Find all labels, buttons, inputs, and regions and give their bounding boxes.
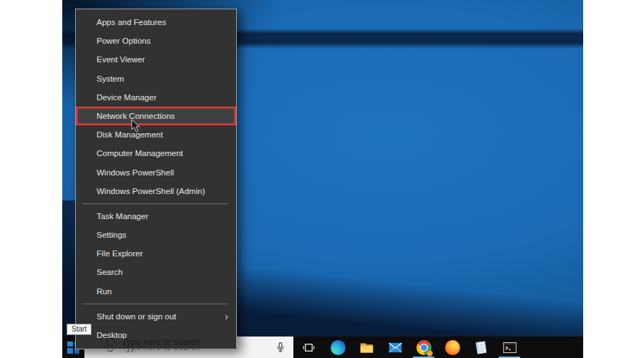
notepad-icon bbox=[472, 339, 489, 356]
menu-item-system[interactable]: System bbox=[76, 69, 236, 88]
windows-desktop: Type here to search bbox=[62, 0, 583, 358]
menu-item-apps-and-features[interactable]: Apps and Features bbox=[76, 13, 236, 32]
taskbar-notepad-button[interactable] bbox=[467, 337, 495, 358]
menu-item-network-connections[interactable]: Network Connections bbox=[76, 107, 236, 125]
microphone-icon[interactable] bbox=[275, 342, 286, 353]
taskbar-mail-button[interactable] bbox=[381, 337, 409, 358]
firefox-icon bbox=[445, 340, 460, 355]
menu-item-shut-down-or-sign-out[interactable]: Shut down or sign out › bbox=[76, 307, 236, 326]
command-prompt-icon bbox=[502, 340, 517, 355]
menu-item-power-options[interactable]: Power Options bbox=[76, 32, 236, 50]
mouse-cursor bbox=[131, 119, 141, 133]
task-view-button[interactable] bbox=[293, 337, 323, 358]
taskbar-chrome-button[interactable] bbox=[409, 337, 438, 358]
menu-item-computer-management[interactable]: Computer Management bbox=[76, 144, 236, 163]
menu-item-search[interactable]: Search bbox=[76, 263, 236, 281]
menu-item-desktop[interactable]: Desktop bbox=[76, 326, 236, 344]
screenshot-canvas: Type here to search bbox=[0, 0, 644, 358]
menu-item-event-viewer[interactable]: Event Viewer bbox=[76, 50, 236, 69]
edge-icon bbox=[331, 340, 346, 355]
taskbar-cmd-button[interactable] bbox=[495, 337, 524, 358]
task-view-icon bbox=[303, 342, 315, 353]
menu-item-device-manager[interactable]: Device Manager bbox=[76, 88, 236, 107]
menu-item-windows-powershell-admin[interactable]: Windows PowerShell (Admin) bbox=[76, 182, 236, 200]
taskbar-file-explorer-button[interactable] bbox=[352, 337, 381, 358]
menu-item-settings[interactable]: Settings bbox=[76, 226, 236, 244]
menu-item-disk-management[interactable]: Disk Management bbox=[76, 125, 236, 144]
start-tooltip: Start bbox=[67, 324, 92, 335]
menu-item-windows-powershell[interactable]: Windows PowerShell bbox=[76, 163, 236, 182]
menu-divider bbox=[82, 304, 228, 304]
winx-context-menu: Apps and Features Power Options Event Vi… bbox=[75, 9, 237, 349]
file-explorer-icon bbox=[359, 340, 374, 355]
chevron-right-icon: › bbox=[225, 307, 228, 326]
taskbar-firefox-button[interactable] bbox=[438, 337, 467, 358]
menu-item-file-explorer[interactable]: File Explorer bbox=[76, 244, 236, 263]
chrome-badge bbox=[426, 350, 433, 357]
menu-divider bbox=[82, 203, 228, 204]
taskbar-edge-button[interactable] bbox=[323, 337, 352, 358]
menu-item-run[interactable]: Run bbox=[76, 282, 236, 301]
chrome-icon bbox=[416, 340, 431, 355]
menu-item-label: Shut down or sign out bbox=[97, 312, 176, 321]
menu-item-task-manager[interactable]: Task Manager bbox=[76, 207, 236, 226]
mail-icon bbox=[388, 340, 403, 355]
